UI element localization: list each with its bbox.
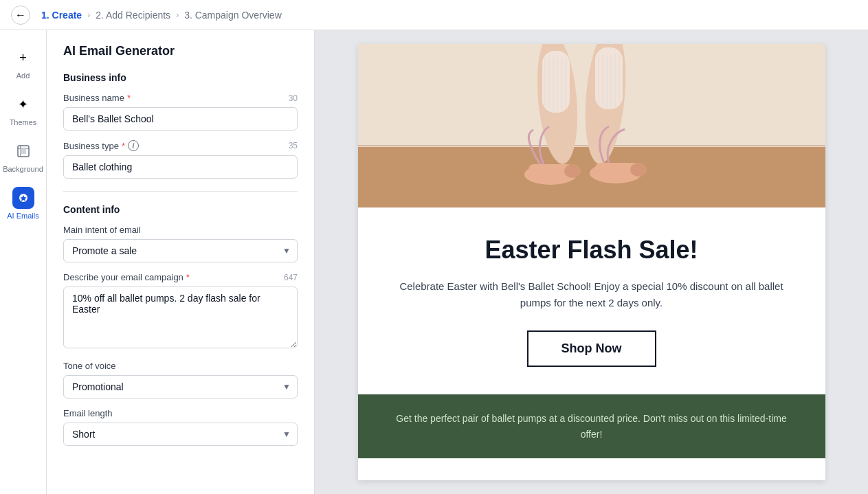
preview-panel: Easter Flash Sale! Celebrate Easter with… — [315, 30, 868, 494]
email-length-field: Email length Short Medium Long ▼ — [63, 408, 298, 446]
themes-icon: ✦ — [12, 93, 34, 115]
business-type-label: Business type * i — [63, 140, 139, 151]
business-name-input[interactable] — [63, 107, 298, 131]
email-length-label: Email length — [63, 408, 113, 418]
form-panel: AI Email Generator Business info Busines… — [47, 30, 315, 494]
form-title: AI Email Generator — [63, 44, 298, 58]
main-intent-select[interactable]: Promote a sale Newsletter Announcement W… — [63, 239, 298, 262]
main-intent-select-wrapper: Promote a sale Newsletter Announcement W… — [63, 239, 298, 262]
email-footer-text: Get the perfect pair of ballet pumps at … — [386, 411, 798, 442]
step-2[interactable]: 2. Add Recipients — [96, 10, 170, 21]
content-info-section: Content info — [63, 204, 298, 215]
describe-textarea[interactable]: 10% off all ballet pumps. 2 day flash sa… — [63, 287, 298, 348]
business-type-info-icon[interactable]: i — [128, 140, 139, 151]
business-type-field: Business type * i 35 — [63, 140, 298, 179]
sidebar-item-background[interactable]: Background — [3, 135, 44, 179]
step-1[interactable]: 1. Create — [41, 10, 82, 21]
main-intent-label: Main intent of email — [63, 225, 141, 235]
shop-now-button[interactable]: Shop Now — [527, 330, 656, 367]
email-length-select[interactable]: Short Medium Long — [63, 423, 298, 446]
back-button[interactable]: ← — [11, 5, 30, 25]
email-headline: Easter Flash Sale! — [399, 235, 784, 265]
chevron-icon-2: › — [176, 10, 179, 20]
email-body-text: Celebrate Easter with Bell's Ballet Scho… — [399, 278, 784, 311]
back-icon: ← — [15, 9, 26, 21]
email-hero-image — [358, 44, 825, 207]
background-icon — [12, 140, 34, 162]
ai-emails-icon — [12, 187, 34, 209]
svg-point-11 — [564, 164, 581, 178]
describe-campaign-field: Describe your email campaign * 647 10% o… — [63, 272, 298, 351]
svg-rect-16 — [595, 47, 623, 109]
topbar: ← 1. Create › 2. Add Recipients › 3. Cam… — [0, 0, 868, 30]
sidebar-item-add[interactable]: + Add — [3, 41, 44, 85]
add-icon: + — [12, 47, 34, 69]
business-type-count: 35 — [289, 141, 298, 150]
chevron-icon-1: › — [87, 10, 90, 20]
step-3[interactable]: 3. Campaign Overview — [184, 10, 282, 21]
email-footer: Get the perfect pair of ballet pumps at … — [358, 394, 825, 458]
business-name-count: 30 — [289, 93, 298, 103]
svg-rect-1 — [21, 148, 26, 154]
svg-point-14 — [630, 163, 647, 177]
tone-label: Tone of voice — [63, 361, 116, 371]
email-length-select-wrapper: Short Medium Long ▼ — [63, 423, 298, 446]
sidebar: + Add ✦ Themes Background — [0, 30, 47, 494]
describe-required: * — [186, 272, 190, 282]
main-intent-field: Main intent of email Promote a sale News… — [63, 225, 298, 262]
email-body: Easter Flash Sale! Celebrate Easter with… — [358, 207, 825, 394]
sidebar-item-ai-emails[interactable]: AI Emails — [3, 181, 44, 225]
business-type-input[interactable] — [63, 155, 298, 179]
breadcrumb-steps: 1. Create › 2. Add Recipients › 3. Campa… — [41, 10, 282, 21]
tone-select-wrapper: Promotional Casual Professional Friendly… — [63, 375, 298, 398]
business-name-field: Business name * 30 — [63, 93, 298, 131]
sidebar-item-themes[interactable]: ✦ Themes — [3, 88, 44, 132]
tone-field: Tone of voice Promotional Casual Profess… — [63, 361, 298, 398]
email-preview: Easter Flash Sale! Celebrate Easter with… — [358, 44, 825, 480]
describe-count: 647 — [284, 273, 298, 282]
business-name-required: * — [127, 93, 131, 103]
business-info-section: Business info — [63, 72, 298, 83]
business-name-label: Business name * — [63, 93, 131, 103]
describe-label: Describe your email campaign * — [63, 272, 190, 282]
business-type-required: * — [122, 141, 125, 151]
tone-select[interactable]: Promotional Casual Professional Friendly — [63, 375, 298, 398]
